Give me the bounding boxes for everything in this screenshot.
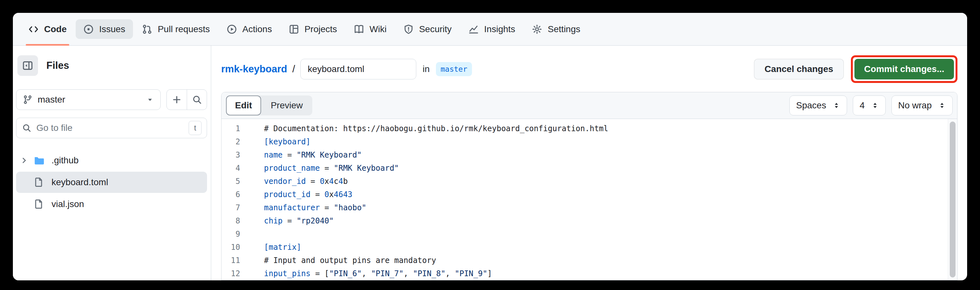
nav-tab-settings[interactable]: Settings <box>523 13 589 45</box>
tab-edit[interactable]: Edit <box>226 95 261 116</box>
code-line: 11# Input and output pins are mandatory <box>221 254 957 267</box>
wrap-mode-value: No wrap <box>898 100 932 111</box>
collapse-sidebar-button[interactable] <box>18 55 38 76</box>
nav-tab-actions[interactable]: Actions <box>218 13 280 45</box>
indent-size-value: 4 <box>860 100 865 111</box>
tree-item-label: keyboard.toml <box>51 177 108 187</box>
nav-tab-label: Pull requests <box>158 24 210 35</box>
line-content: [keyboard] <box>250 135 311 149</box>
plus-icon <box>172 95 181 105</box>
git-branch-icon <box>23 95 32 105</box>
line-content <box>250 228 264 241</box>
line-number: 4 <box>221 162 250 175</box>
branch-badge: master <box>436 62 472 76</box>
repo-link[interactable]: rmk-keyboard <box>221 63 287 75</box>
line-content: name = "RMK Keyboard" <box>250 149 361 162</box>
nav-tab-label: Code <box>44 24 67 35</box>
line-content: vendor_id = 0x4c4b <box>250 175 348 188</box>
line-number: 7 <box>221 201 250 214</box>
in-label: in <box>423 64 430 74</box>
go-to-file-box: t <box>16 118 207 138</box>
branch-selector[interactable]: master <box>16 89 161 110</box>
search-tree-button[interactable] <box>187 90 207 109</box>
nav-tab-code[interactable]: Code <box>20 13 75 45</box>
file-icon <box>33 177 47 188</box>
file-name-input[interactable] <box>301 59 416 79</box>
nav-tab-security[interactable]: Security <box>395 13 460 45</box>
updown-arrows-icon <box>871 101 879 110</box>
scrollbar-thumb[interactable] <box>950 122 956 277</box>
code-line: 9 <box>221 228 957 241</box>
branch-name: master <box>38 95 65 105</box>
indent-mode-select[interactable]: Spaces <box>789 95 847 116</box>
line-content: # Input and output pins are mandatory <box>250 254 436 267</box>
line-number: 6 <box>221 188 250 201</box>
tree-item-keyboard-toml[interactable]: keyboard.toml <box>16 172 207 193</box>
line-number: 12 <box>221 267 250 280</box>
nav-tab-issues[interactable]: Issues <box>75 13 134 45</box>
nav-tab-label: Settings <box>547 24 580 35</box>
line-number: 3 <box>221 149 250 162</box>
code-line: 6product_id = 0x4643 <box>221 188 957 201</box>
line-number: 9 <box>221 228 250 241</box>
code-editor-panel: Edit Preview Spaces 4 No wrap <box>221 92 958 280</box>
code-line: 5vendor_id = 0x4c4b <box>221 175 957 188</box>
files-sidebar: Files master <box>13 46 211 280</box>
nav-tab-label: Insights <box>484 24 515 35</box>
security-icon <box>403 24 414 35</box>
editor-toolbar: Edit Preview Spaces 4 No wrap <box>221 92 957 119</box>
editor-settings: Spaces 4 No wrap <box>789 95 953 116</box>
edit-preview-tabs: Edit Preview <box>226 95 312 116</box>
sidebar-collapse-icon <box>22 60 33 71</box>
line-number: 10 <box>221 241 250 254</box>
tree-item-label: vial.json <box>51 199 84 209</box>
annotation-highlight-box: Commit changes... <box>851 55 958 83</box>
line-number: 5 <box>221 175 250 188</box>
files-title: Files <box>46 60 69 71</box>
settings-icon <box>532 24 542 35</box>
files-header: Files <box>18 55 207 76</box>
breadcrumb-separator: / <box>292 63 295 75</box>
insights-icon <box>468 24 479 35</box>
tree-item-vial-json[interactable]: vial.json <box>16 193 207 215</box>
nav-tab-label: Wiki <box>370 24 387 35</box>
wrap-mode-select[interactable]: No wrap <box>891 95 953 116</box>
code-line: 10[matrix] <box>221 241 957 254</box>
updown-arrows-icon <box>938 101 946 110</box>
nav-tab-insights[interactable]: Insights <box>460 13 524 45</box>
indent-size-select[interactable]: 4 <box>853 95 886 116</box>
nav-tab-label: Projects <box>305 24 337 35</box>
page-body: Files master <box>13 46 967 280</box>
go-to-file-input[interactable] <box>37 123 183 133</box>
code-area[interactable]: 1# Documentation: https://haobogu.github… <box>221 119 957 280</box>
chevron-right-icon <box>20 156 33 165</box>
cancel-changes-button[interactable]: Cancel changes <box>754 59 844 79</box>
nav-tab-pull-requests[interactable]: Pull requests <box>134 13 218 45</box>
line-number: 2 <box>221 135 250 149</box>
tree-item-label: .github <box>51 155 78 166</box>
tab-preview[interactable]: Preview <box>261 95 313 116</box>
commit-changes-button[interactable]: Commit changes... <box>854 59 954 79</box>
code-line: 8chip = "rp2040" <box>221 214 957 228</box>
shortcut-key-badge: t <box>189 121 202 135</box>
search-icon <box>22 124 31 133</box>
line-content: manufacturer = "haobo" <box>250 201 366 214</box>
search-icon <box>192 95 202 105</box>
line-content: product_name = "RMK Keyboard" <box>250 162 399 175</box>
nav-tab-projects[interactable]: Projects <box>280 13 345 45</box>
code-line: 3name = "RMK Keyboard" <box>221 149 957 162</box>
line-content: chip = "rp2040" <box>250 214 334 228</box>
line-number: 1 <box>221 122 250 135</box>
folder-icon <box>33 155 47 166</box>
projects-icon <box>289 24 299 35</box>
file-icon <box>33 199 47 210</box>
line-content: [matrix] <box>250 241 301 254</box>
branch-row: master <box>16 89 207 110</box>
code-line: 4product_name = "RMK Keyboard" <box>221 162 957 175</box>
line-content: input_pins = ["PIN_6", "PIN_7", "PIN_8",… <box>250 267 492 280</box>
nav-tab-label: Actions <box>242 24 272 35</box>
tree-item-github[interactable]: .github <box>16 150 207 171</box>
indent-mode-value: Spaces <box>796 100 826 111</box>
nav-tab-wiki[interactable]: Wiki <box>345 13 395 45</box>
add-file-button[interactable] <box>167 90 187 109</box>
